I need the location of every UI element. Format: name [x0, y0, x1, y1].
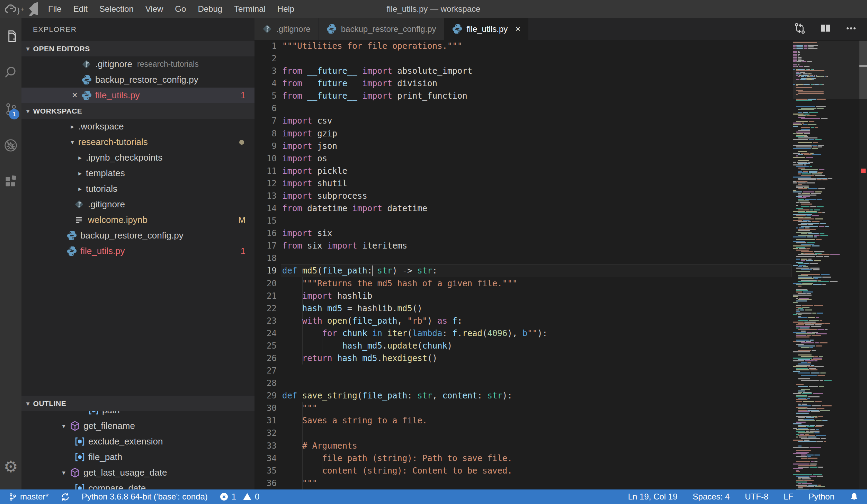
minimap-segment	[814, 260, 821, 261]
tree-item-label: .workspace	[78, 121, 124, 132]
minimap-segment	[798, 199, 804, 200]
tree-item-tutorials[interactable]: ▸tutorials	[21, 181, 254, 197]
indentation[interactable]: Spaces: 4	[693, 492, 730, 502]
menu-item-file[interactable]: File	[42, 0, 68, 18]
activity-item-debug[interactable]	[0, 127, 21, 163]
chevron-down-icon: ▾	[58, 469, 70, 477]
minimap-slider[interactable]	[793, 41, 859, 99]
minimap-line	[793, 135, 859, 136]
minimap-line	[793, 413, 859, 414]
minimap-segment	[807, 456, 811, 457]
chevron-right-icon: ▸	[74, 154, 86, 162]
outline-item-get_last_usage_date[interactable]: ▾get_last_usage_date	[21, 465, 254, 480]
minimap-segment	[809, 171, 817, 172]
tree-item--workspace[interactable]: ▸.workspace	[21, 119, 254, 134]
open-editor-item[interactable]: ×file_utils.py1	[21, 88, 254, 103]
open-editor-item[interactable]: backup_restore_config.py	[21, 72, 254, 88]
python-interpreter[interactable]: Python 3.6.8 64-bit ('base': conda)	[82, 492, 208, 502]
minimap-line	[793, 386, 859, 387]
open-editors-header[interactable]: ▾ OPEN EDITORS	[21, 41, 254, 56]
outline-item-path[interactable]: path	[21, 411, 254, 418]
minimap-line	[793, 408, 859, 409]
code-line: def save_string(file_path: str, content:…	[282, 389, 512, 402]
problems-status[interactable]: 10	[220, 492, 260, 502]
tab-backup-restore-config-py[interactable]: backup_restore_config.py	[319, 18, 444, 40]
tree-item-label: templates	[86, 168, 125, 179]
minimap-segment	[798, 188, 807, 189]
outline-item-get_filename[interactable]: ▾get_filename	[21, 418, 254, 434]
minimap-segment	[815, 191, 822, 192]
open-changes-button[interactable]	[794, 23, 806, 35]
minimap-segment	[804, 322, 816, 323]
menu-item-help[interactable]: Help	[271, 0, 300, 18]
split-editor-button[interactable]	[819, 23, 832, 35]
minimap-segment	[811, 461, 814, 462]
minimap-line	[793, 127, 859, 128]
menu-item-debug[interactable]: Debug	[192, 0, 228, 18]
tree-item-file-utils-py[interactable]: file_utils.py1	[21, 243, 254, 259]
close-icon[interactable]: ×	[515, 24, 520, 34]
workspace-header[interactable]: ▾ WORKSPACE	[21, 103, 254, 119]
minimap-segment	[822, 420, 828, 421]
close-icon[interactable]: ×	[68, 90, 81, 101]
minimap-segment	[813, 142, 818, 143]
minimap-segment	[798, 173, 801, 174]
menu-item-terminal[interactable]: Terminal	[228, 0, 271, 18]
notifications-bell[interactable]	[850, 492, 859, 501]
minimap-line	[793, 151, 859, 152]
outline-item-file_path[interactable]: file_path	[21, 449, 254, 465]
tree-item--ipynb-checkpoints[interactable]: ▸.ipynb_checkpoints	[21, 150, 254, 165]
minimap-segment	[796, 166, 809, 167]
tree-item-welcome-ipynb[interactable]: welcome.ipynbM	[21, 212, 254, 228]
tree-item-research-tutorials[interactable]: ▾research-tutorials	[21, 134, 254, 150]
more-actions-button[interactable]	[845, 23, 857, 35]
minimap-segment	[808, 485, 817, 486]
tree-item-backup-restore-config-py[interactable]: backup_restore_config.py	[21, 228, 254, 243]
activity-item-search[interactable]	[0, 54, 21, 91]
menu-item-edit[interactable]: Edit	[68, 0, 93, 18]
menu-item-view[interactable]: View	[140, 0, 169, 18]
language-mode[interactable]: Python	[808, 492, 834, 502]
open-editor-item[interactable]: .gitignoreresearch-tutorials	[21, 56, 254, 72]
outline-item-compare_date[interactable]: compare_date	[21, 480, 254, 489]
minimap-segment	[806, 157, 813, 158]
encoding[interactable]: UTF-8	[745, 492, 768, 502]
eol[interactable]: LF	[784, 492, 793, 502]
minimap-line	[793, 396, 859, 397]
activity-item-extensions[interactable]	[0, 163, 21, 200]
tree-item-templates[interactable]: ▸templates	[21, 165, 254, 181]
minimap-line	[793, 341, 859, 342]
minimap-segment	[793, 302, 798, 303]
minimap-segment	[798, 487, 803, 488]
menu-item-go[interactable]: Go	[169, 0, 192, 18]
minimap-segment	[793, 248, 798, 249]
minimap-line	[793, 157, 859, 158]
editor-scrollbar[interactable]	[859, 40, 867, 489]
sync-button[interactable]	[61, 492, 70, 502]
minimap-line	[793, 483, 859, 484]
scrollbar-thumb[interactable]	[859, 41, 867, 99]
outline-header[interactable]: ▾ OUTLINE	[21, 396, 254, 411]
git-branch-status[interactable]: master*	[8, 492, 49, 502]
activity-item-explorer[interactable]	[0, 18, 21, 54]
tree-item--gitignore[interactable]: .gitignore	[21, 197, 254, 212]
explorer-sidebar: EXPLORER ▾ OPEN EDITORS .gitignoreresear…	[21, 18, 254, 489]
minimap-line	[793, 163, 859, 164]
outline-item-exclude_extension[interactable]: exclude_extension	[21, 434, 254, 449]
minimap-line	[793, 296, 859, 297]
tab-actions	[794, 18, 867, 40]
cursor-position[interactable]: Ln 19, Col 19	[628, 492, 678, 502]
minimap-line	[793, 468, 859, 469]
activity-item-source-control[interactable]: 1	[0, 91, 21, 127]
ellipsis-icon	[844, 21, 858, 37]
minimap[interactable]	[793, 40, 859, 489]
activity-item-settings[interactable]: ⚙	[0, 448, 21, 485]
code-line: from six import iteritems	[282, 240, 407, 252]
minimap-segment	[812, 313, 816, 314]
tab--gitignore[interactable]: .gitignore	[254, 18, 319, 40]
menu-item-selection[interactable]: Selection	[93, 0, 140, 18]
minimap-line	[793, 223, 859, 224]
minimap-line	[793, 206, 859, 207]
tab-file-utils-py[interactable]: file_utils.py×	[444, 18, 529, 40]
code-editor[interactable]: 1"""Utilities for file operations."""23f…	[254, 40, 867, 489]
